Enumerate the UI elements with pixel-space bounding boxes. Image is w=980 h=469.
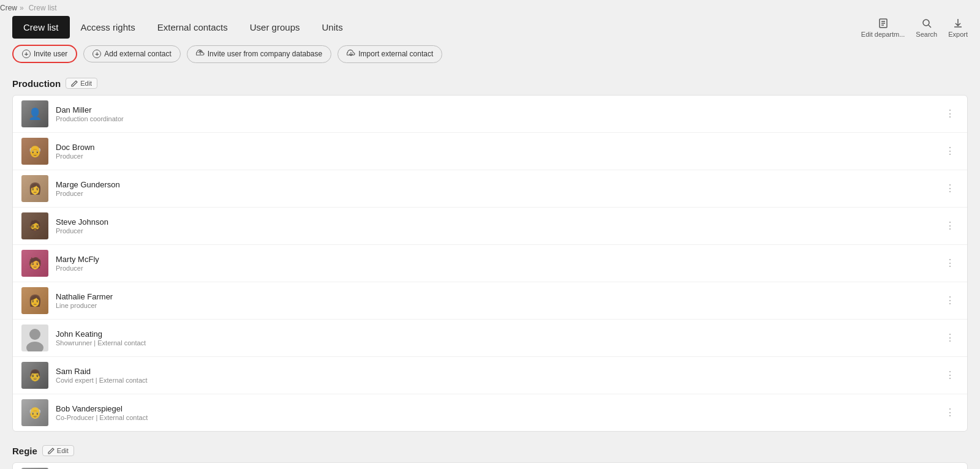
export-button[interactable]: Export [948,17,968,38]
department-regie: Regie Edit 👴 Robert Jones Director ⋮ [12,443,968,469]
tab-access-rights[interactable]: Access rights [70,16,146,39]
avatar: 🧑 [21,250,48,277]
crew-name: Bob Vanderspiegel [56,404,941,413]
tab-external-contacts[interactable]: External contacts [146,16,239,39]
crew-name: Sam Raid [56,367,941,376]
crew-role: Producer [56,190,941,197]
crew-name: Marty McFly [56,255,941,264]
crew-info: John Keating Showrunner | External conta… [56,329,941,347]
svg-point-4 [923,20,929,26]
crew-info: Bob Vanderspiegel Co-Producer | External… [56,404,941,421]
crew-role: Production coordinator [56,115,941,122]
avatar: 👴 [21,399,48,426]
crew-info: Doc Brown Producer [56,143,941,160]
crew-row: John Keating Showrunner | External conta… [13,320,967,357]
svg-point-6 [29,329,40,340]
main-content: Production Edit 👤 Dan Miller Production … [0,69,980,469]
crew-role: Producer [56,152,941,160]
breadcrumb-current: Crew list [29,4,57,12]
crew-name: Marge Gunderson [56,180,941,189]
crew-info: Marge Gunderson Producer [56,180,941,197]
cloud-upload-icon [196,50,205,59]
crew-role: Producer [56,265,941,272]
invite-user-button[interactable]: + Invite user [12,45,77,63]
crew-row: 🧑 Marty McFly Producer ⋮ [13,245,967,282]
top-right-actions: Edit departm... Search Export [861,17,968,38]
import-external-button[interactable]: Import external contact [337,45,442,63]
plus-icon: + [22,50,31,58]
crew-info: Marty McFly Producer [56,255,941,272]
avatar: 👩 [21,175,48,202]
more-menu-button[interactable]: ⋮ [941,331,959,345]
crew-info: Dan Miller Production coordinator [56,105,941,122]
edit-regie-button[interactable]: Edit [42,445,74,456]
crew-info: Nathalie Farmer Line producer [56,292,941,309]
avatar [21,325,48,351]
edit-dept-icon [877,17,889,29]
crew-role: Co-Producer | External contact [56,414,941,421]
crew-row: 👴 Robert Jones Director ⋮ [13,463,967,469]
crew-name: Dan Miller [56,105,941,114]
crew-name: John Keating [56,329,941,339]
department-header-production: Production Edit [12,75,968,91]
crew-role: Showrunner | External contact [56,339,941,347]
breadcrumb-parent[interactable]: Crew [0,4,17,12]
nav-tabs: Crew list Access rights External contact… [0,13,980,39]
more-menu-button[interactable]: ⋮ [941,107,959,121]
crew-role: Line producer [56,302,941,309]
silhouette-icon [21,325,48,351]
more-menu-button[interactable]: ⋮ [941,405,959,420]
crew-role: Producer [56,227,941,234]
edit-production-button[interactable]: Edit [66,78,97,89]
cloud-download-icon [347,50,355,59]
crew-row: 👤 Dan Miller Production coordinator ⋮ [13,96,967,133]
crew-name: Steve Johnson [56,217,941,227]
more-menu-button[interactable]: ⋮ [941,144,959,159]
crew-row: 🧔 Steve Johnson Producer ⋮ [13,208,967,245]
invite-from-db-button[interactable]: Invite user from company database [187,45,331,63]
top-bar: Crew » Crew list [0,0,980,13]
more-menu-button[interactable]: ⋮ [941,293,959,308]
crew-row: 👴 Doc Brown Producer ⋮ [13,133,967,170]
tab-user-groups[interactable]: User groups [239,16,311,39]
search-icon [921,17,933,29]
crew-list-production: 👤 Dan Miller Production coordinator ⋮ 👴 … [12,95,968,432]
avatar: 👩 [21,287,48,314]
crew-row: 👴 Bob Vanderspiegel Co-Producer | Extern… [13,394,967,431]
toolbar: + Invite user + Add external contact Inv… [0,39,980,69]
breadcrumb-separator: » [20,4,24,12]
crew-name: Doc Brown [56,143,941,152]
more-menu-button[interactable]: ⋮ [941,256,959,271]
avatar: 👴 [21,138,48,165]
avatar: 👤 [21,100,48,127]
tab-units[interactable]: Units [311,16,353,39]
department-title-regie: Regie [12,446,37,456]
edit-icon [71,80,78,87]
crew-list-regie: 👴 Robert Jones Director ⋮ [12,462,968,469]
crew-name: Nathalie Farmer [56,292,941,301]
avatar: 👨 [21,362,48,389]
department-production: Production Edit 👤 Dan Miller Production … [12,75,968,432]
svg-point-7 [26,342,43,351]
edit-icon-2 [48,448,55,454]
edit-department-button[interactable]: Edit departm... [861,17,905,38]
crew-role: Covid expert | External contact [56,377,941,384]
export-icon [952,17,964,29]
department-title-production: Production [12,78,61,89]
crew-row: 👩 Nathalie Farmer Line producer ⋮ [13,282,967,320]
crew-row: 👩 Marge Gunderson Producer ⋮ [13,170,967,208]
plus-icon-2: + [92,50,101,58]
more-menu-button[interactable]: ⋮ [941,181,959,196]
more-menu-button[interactable]: ⋮ [941,219,959,233]
tab-crew-list[interactable]: Crew list [12,16,70,39]
breadcrumb: Crew » Crew list [0,0,980,13]
crew-info: Steve Johnson Producer [56,217,941,234]
crew-row: 👨 Sam Raid Covid expert | External conta… [13,357,967,394]
search-button[interactable]: Search [916,17,937,38]
avatar: 🧔 [21,212,48,239]
department-header-regie: Regie Edit [12,443,968,459]
crew-info: Sam Raid Covid expert | External contact [56,367,941,384]
more-menu-button[interactable]: ⋮ [941,368,959,383]
add-external-contact-button[interactable]: + Add external contact [83,45,180,62]
svg-line-5 [929,25,931,28]
